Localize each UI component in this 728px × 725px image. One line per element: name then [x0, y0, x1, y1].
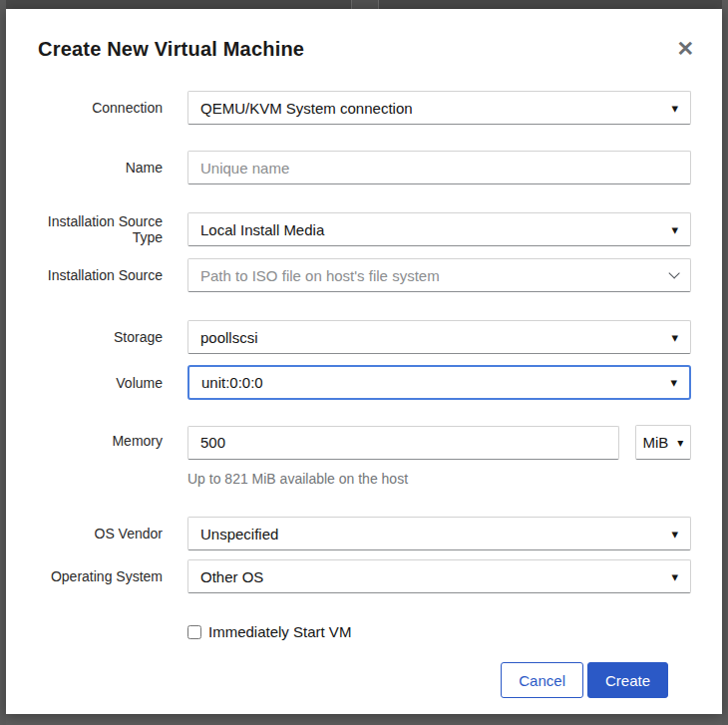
- cancel-button[interactable]: Cancel: [501, 662, 583, 698]
- connection-select[interactable]: QEMU/KVM System connection ▾: [187, 91, 691, 125]
- operating-system-label: Operating System: [38, 568, 187, 584]
- caret-down-icon: ▾: [671, 330, 678, 345]
- os-vendor-row: OS Vendor Unspecified ▾: [38, 517, 691, 550]
- chevron-down-icon: [668, 267, 679, 278]
- create-button[interactable]: Create: [587, 662, 668, 698]
- create-vm-form: Connection QEMU/KVM System connection ▾ …: [6, 61, 722, 698]
- start-vm-checkbox[interactable]: [187, 625, 201, 639]
- installation-source-type-label: Installation Source Type: [38, 213, 187, 245]
- installation-source-type-value: Local Install Media: [200, 221, 663, 238]
- caret-down-icon: ▾: [671, 527, 678, 542]
- installation-source-type-select[interactable]: Local Install Media ▾: [187, 212, 691, 246]
- os-vendor-value: Unspecified: [200, 526, 663, 543]
- caret-down-icon: ▾: [671, 222, 678, 237]
- backdrop-right-strip: [722, 0, 728, 725]
- os-vendor-select[interactable]: Unspecified ▾: [187, 517, 691, 550]
- installation-source-placeholder: Path to ISO file on host's file system: [200, 267, 668, 284]
- caret-down-icon: ▾: [671, 569, 678, 584]
- start-vm-checkbox-label[interactable]: Immediately Start VM: [208, 623, 351, 640]
- name-label: Name: [38, 160, 187, 176]
- caret-down-icon: ▾: [671, 101, 678, 116]
- caret-down-icon: ▾: [677, 436, 683, 450]
- memory-unit-select[interactable]: MiB ▾: [635, 425, 691, 460]
- operating-system-select[interactable]: Other OS ▾: [187, 559, 691, 593]
- dialog-footer: Cancel Create: [38, 662, 691, 698]
- start-vm-row: Immediately Start VM: [38, 623, 691, 640]
- operating-system-value: Other OS: [200, 568, 663, 585]
- connection-value: QEMU/KVM System connection: [200, 100, 663, 117]
- connection-label: Connection: [38, 100, 187, 116]
- storage-select[interactable]: poollscsi ▾: [187, 320, 691, 354]
- storage-row: Storage poollscsi ▾: [38, 320, 691, 354]
- volume-row: Volume unit:0:0:0 ▾: [38, 365, 691, 400]
- dialog-header: Create New Virtual Machine ✕: [6, 9, 722, 61]
- os-vendor-label: OS Vendor: [38, 526, 187, 542]
- installation-source-label: Installation Source: [38, 267, 187, 283]
- background-masthead: [0, 0, 728, 9]
- memory-label: Memory: [38, 433, 187, 449]
- memory-input[interactable]: [187, 426, 619, 460]
- name-row: Name: [38, 151, 691, 184]
- background-masthead-button: [351, 0, 379, 9]
- installation-source-type-row: Installation Source Type Local Install M…: [38, 212, 691, 246]
- memory-unit-value: MiB: [642, 434, 668, 451]
- close-icon[interactable]: ✕: [672, 36, 698, 61]
- caret-down-icon: ▾: [670, 375, 677, 390]
- name-input[interactable]: [187, 151, 691, 184]
- storage-label: Storage: [38, 329, 187, 345]
- create-vm-dialog: Create New Virtual Machine ✕ Connection …: [6, 9, 722, 714]
- dialog-title: Create New Virtual Machine: [38, 38, 304, 61]
- installation-source-row: Installation Source Path to ISO file on …: [38, 258, 691, 292]
- memory-helper-text: Up to 821 MiB available on the host: [187, 471, 691, 487]
- operating-system-row: Operating System Other OS ▾: [38, 559, 691, 593]
- memory-row: Memory MiB ▾ Up to 821 MiB available on …: [38, 425, 691, 487]
- volume-value: unit:0:0:0: [201, 374, 662, 391]
- volume-label: Volume: [38, 375, 187, 391]
- connection-row: Connection QEMU/KVM System connection ▾: [38, 91, 691, 125]
- volume-select[interactable]: unit:0:0:0 ▾: [187, 365, 691, 400]
- installation-source-typeahead[interactable]: Path to ISO file on host's file system: [187, 258, 691, 292]
- storage-value: poollscsi: [200, 329, 663, 346]
